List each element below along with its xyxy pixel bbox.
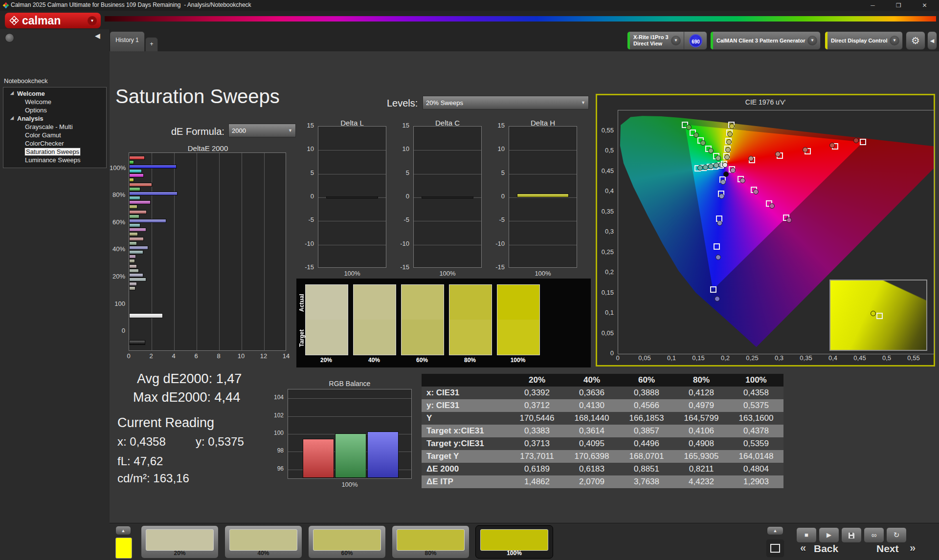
next-button[interactable]: Next (876, 543, 899, 555)
x-tick-label: 0 (125, 352, 133, 360)
pattern-button-100%[interactable]: 100% (475, 525, 553, 559)
cie-plot (618, 110, 934, 354)
deltae-bar (129, 259, 135, 263)
display-control-dropdown[interactable]: Direct Display Control ▼ (825, 31, 903, 50)
rgb-bar-green (335, 433, 366, 478)
refresh-button[interactable]: ↻ (886, 527, 907, 543)
gridline (414, 174, 481, 174)
tree-node-luminance-sweeps[interactable]: Luminance Sweeps (3, 156, 106, 164)
deltae-bar (129, 246, 148, 250)
measurements-table: 20%40%60%80%100%x: CIE310,33920,36360,38… (422, 374, 783, 488)
table-row: Y170,5446168,1440166,1853164,5799163,160… (422, 412, 783, 425)
y-tick-label: 15 (395, 122, 409, 129)
pattern-button-60%[interactable]: 60% (308, 525, 386, 559)
pattern-column-up-button[interactable]: ▲ (115, 526, 131, 535)
target-swatch-40% (353, 320, 396, 355)
layout-button[interactable] (766, 539, 784, 558)
play-button[interactable]: ▶ (819, 527, 839, 543)
cyan-measured-point (697, 165, 703, 171)
pattern-swatch (146, 529, 214, 551)
tab-history-1[interactable]: History 1 (110, 31, 145, 52)
chevron-left-icon: ◀ (930, 38, 934, 43)
tree-node-color-gamut[interactable]: Color Gamut (3, 131, 106, 139)
column-header: 60% (619, 374, 674, 387)
calman-logo-menu[interactable]: calman ▼ (5, 13, 101, 28)
delta-bar (326, 196, 378, 198)
tree-node-analysis[interactable]: ◢Analysis (3, 114, 106, 123)
x-tick-label: 0,45 (851, 354, 869, 362)
levels-dropdown[interactable]: 20% Sweeps ▼ (423, 96, 589, 109)
cell-value: 0,4804 (729, 463, 783, 475)
gridline (509, 174, 577, 174)
save-button[interactable] (841, 527, 862, 543)
actual-label: Actual (298, 285, 305, 321)
deltae-bar (129, 173, 144, 177)
current-pattern-swatch[interactable] (115, 538, 132, 559)
close-button[interactable]: ✕ (914, 0, 936, 11)
deltae-bar (129, 228, 146, 232)
y-tick-label: 10 (395, 145, 409, 152)
minimize-button[interactable]: ─ (862, 0, 884, 11)
next-chevron-icon[interactable]: » (910, 542, 916, 555)
deltae-bar (129, 264, 137, 268)
cell-value: 0,6189 (510, 463, 564, 475)
cie-x-labels: 00,050,10,150,20,250,30,350,40,450,50,55 (618, 354, 933, 362)
y-tick-label: 96 (269, 465, 284, 472)
settings-button[interactable]: ⚙ (906, 31, 925, 50)
tree-node-saturation-sweeps[interactable]: Saturation Sweeps (3, 148, 106, 156)
levels-value: 20% Sweeps (426, 99, 463, 107)
maximize-button[interactable]: ❒ (888, 0, 910, 11)
cell-value: 0,3888 (619, 387, 674, 399)
deltae-bar (129, 210, 147, 214)
x-tick-label: 0,35 (797, 354, 815, 362)
tree-node-welcome[interactable]: Welcome (3, 98, 106, 106)
tree-node-colorchecker[interactable]: ColorChecker (3, 139, 106, 148)
pattern-swatch (313, 529, 381, 551)
pattern-button-20%[interactable]: 20% (141, 525, 219, 559)
cell-value: 0,4908 (674, 437, 729, 450)
column-header (422, 374, 510, 387)
target-label: Target (298, 321, 305, 356)
back-button[interactable]: Back (814, 543, 838, 555)
logo-dropdown-arrow-icon[interactable]: ▼ (88, 16, 97, 25)
cell-value: 163,1600 (729, 412, 783, 425)
add-tab-button[interactable]: + (145, 37, 158, 52)
transport-up-button[interactable]: ▲ (767, 526, 783, 535)
chevron-down-icon[interactable]: ▼ (807, 36, 817, 45)
pattern-button-40%[interactable]: 40% (224, 525, 302, 559)
sidebar-radio-icon[interactable] (5, 33, 14, 43)
deltae-bar (129, 178, 134, 182)
tree-expand-icon: ◢ (10, 90, 14, 95)
yellow-measured-point (725, 147, 731, 152)
table-row: y: CIE310,37120,41300,45660,49790,5375 (422, 399, 783, 412)
link-button[interactable]: ∞ (864, 527, 884, 543)
stop-button[interactable]: ■ (796, 527, 817, 543)
tree-node-options[interactable]: Options (3, 106, 106, 114)
cell-value: 164,5799 (674, 412, 729, 425)
pattern-button-80%[interactable]: 80% (392, 525, 470, 559)
actual-swatch-20% (305, 284, 348, 320)
cell-value: 0,4378 (729, 425, 783, 437)
window-title: Calman 2025 Calman Ultimate for Business… (11, 1, 251, 8)
y-tick-label: 0,4 (597, 187, 614, 194)
x-tick-label: 2 (147, 352, 155, 360)
de-formula-dropdown[interactable]: 2000 ▼ (228, 124, 296, 137)
y-tick-label: 15 (299, 122, 314, 129)
pattern-generator-dropdown[interactable]: CalMAN Client 3 Pattern Generator ▼ (710, 31, 821, 50)
back-chevron-icon[interactable]: « (800, 542, 806, 555)
tree-node-welcome[interactable]: ◢Welcome (3, 89, 106, 98)
gridline (197, 153, 197, 350)
chevron-down-icon[interactable]: ▼ (671, 36, 681, 45)
sidebar-collapse-icon[interactable]: ◀ (95, 32, 100, 40)
cell-value: 166,1853 (619, 412, 674, 425)
cie-chart-panel[interactable]: CIE 1976 u'v' 00,050,10,150,20,250,30,35… (596, 94, 935, 366)
collapse-panel-button[interactable]: ◀ (927, 31, 937, 50)
chevron-down-icon[interactable]: ▼ (890, 36, 899, 45)
meter-dropdown[interactable]: X-Rite i1Pro 3 Direct View ▼ (627, 31, 684, 50)
inset-measured-point (871, 311, 876, 316)
cell-value: 0,8211 (674, 463, 729, 475)
y-tick-label: 10 (490, 145, 505, 152)
tree-node-grayscale---multi[interactable]: Grayscale - Multi (3, 123, 106, 131)
rgb-bar-blue (367, 431, 399, 478)
link-icon: ∞ (872, 531, 877, 539)
